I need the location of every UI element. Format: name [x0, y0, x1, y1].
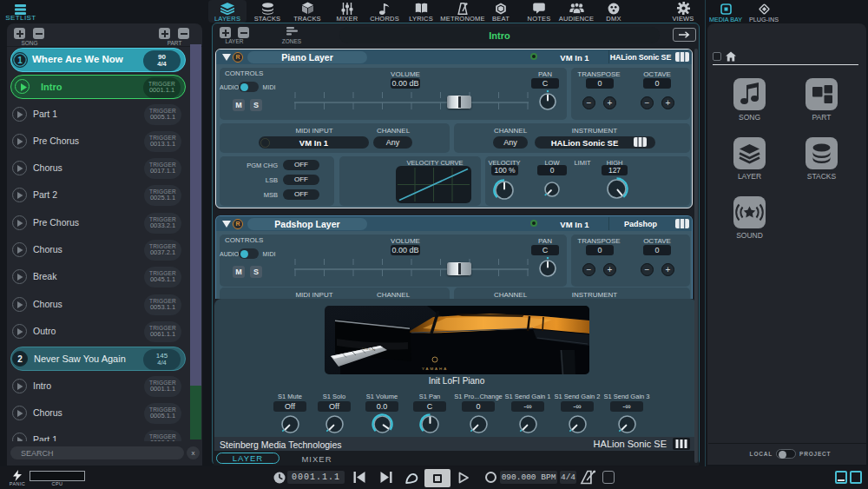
svg-text:YAMAHA: YAMAHA: [422, 367, 448, 371]
